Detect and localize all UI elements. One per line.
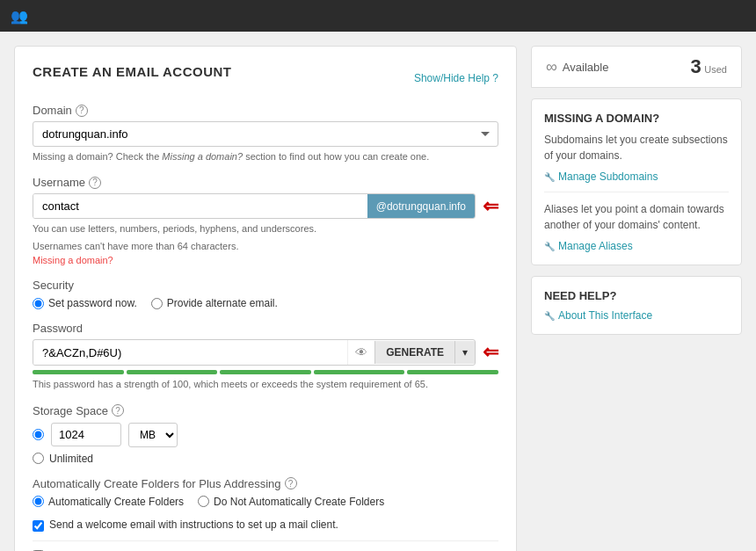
storage-row: MB — [33, 423, 498, 447]
security-section: Security Set password now. Provide alter… — [33, 279, 498, 309]
storage-section: Storage Space ? MB Unlimited — [33, 404, 498, 465]
available-section: ∞ Available — [546, 58, 608, 76]
generate-dropdown-button[interactable]: ▾ — [454, 341, 475, 364]
security-label: Security — [33, 279, 498, 292]
set-password-label: Set password now. — [48, 297, 137, 309]
username-info-icon[interactable]: ? — [89, 177, 101, 189]
strength-bar-4 — [314, 370, 405, 374]
domain-info-icon[interactable]: ? — [76, 105, 88, 117]
create-email-form: CREATE AN EMAIL ACCOUNT Show/Hide Help ?… — [14, 46, 517, 551]
username-suffix: @dotrungquan.info — [367, 194, 475, 218]
username-hint2: Usernames can't have more than 64 charac… — [33, 240, 498, 253]
no-auto-label: Do Not Automatically Create Folders — [214, 496, 384, 508]
welcome-email-label: Send a welcome email with instructions t… — [49, 518, 338, 531]
auto-folders-label: Automatically Create Folders for Plus Ad… — [33, 477, 498, 490]
missing-domain-title: MISSING A DOMAIN? — [544, 112, 729, 125]
strength-bar-3 — [220, 370, 311, 374]
unlimited-label: Unlimited — [49, 453, 93, 465]
auto-folders-info-icon[interactable]: ? — [285, 477, 297, 489]
missing-domain-card: MISSING A DOMAIN? Subdomains let you cre… — [531, 98, 742, 265]
storage-label: Storage Space ? — [33, 404, 498, 417]
arrow-indicator-password: ⇐ — [483, 341, 498, 364]
password-input[interactable] — [33, 341, 347, 365]
alternate-email-option[interactable]: Provide alternate email. — [151, 297, 278, 309]
unlimited-row: Unlimited — [33, 453, 498, 465]
available-used-box: ∞ Available 3 Used — [531, 46, 742, 88]
domain-hint: Missing a domain? Check the Missing a do… — [33, 150, 498, 163]
show-hide-help-link[interactable]: Show/Hide Help ? — [414, 72, 498, 84]
auto-create-folders-option[interactable]: Automatically Create Folders — [33, 496, 184, 508]
alternate-email-label: Provide alternate email. — [167, 297, 278, 309]
username-field: Username ? @dotrungquan.info ⇐ You can u… — [33, 176, 498, 266]
storage-info-icon[interactable]: ? — [112, 404, 124, 417]
storage-input[interactable] — [51, 423, 121, 446]
available-label: Available — [563, 61, 609, 74]
domain-select[interactable]: dotrungquan.info — [33, 121, 498, 147]
need-help-card: NEED HELP? About This Interface — [531, 276, 742, 335]
no-auto-radio[interactable] — [198, 496, 209, 507]
missing-domain-link[interactable]: Missing a domain? — [33, 255, 113, 265]
no-auto-create-option[interactable]: Do Not Automatically Create Folders — [198, 496, 384, 508]
storage-limited-radio[interactable] — [33, 429, 44, 440]
right-panel: ∞ Available 3 Used MISSING A DOMAIN? Sub… — [531, 46, 742, 551]
about-interface-label: About This Interface — [558, 309, 652, 322]
password-strength-bars — [33, 370, 498, 374]
username-hint1: You can use letters, numbers, periods, h… — [33, 222, 498, 236]
infinity-symbol: ∞ — [546, 58, 557, 76]
auto-create-label: Automatically Create Folders — [48, 496, 184, 508]
set-password-radio[interactable] — [33, 298, 44, 309]
set-password-option[interactable]: Set password now. — [33, 297, 137, 309]
auto-create-radio[interactable] — [33, 496, 44, 507]
arrow-indicator-username: ⇐ — [483, 195, 498, 218]
used-label: Used — [704, 64, 727, 75]
welcome-email-checkbox[interactable] — [33, 520, 44, 532]
form-title: CREATE AN EMAIL ACCOUNT — [33, 64, 232, 79]
generate-password-button[interactable]: GENERATE — [374, 341, 454, 364]
strength-bar-1 — [33, 370, 124, 374]
about-interface-link[interactable]: About This Interface — [544, 309, 729, 322]
alternate-email-radio[interactable] — [151, 298, 163, 309]
manage-subdomains-link[interactable]: Manage Subdomains — [544, 170, 729, 183]
storage-unlimited-radio[interactable] — [33, 453, 44, 464]
need-help-title: NEED HELP? — [544, 289, 729, 302]
used-count: 3 — [690, 55, 701, 77]
username-label: Username ? — [33, 176, 498, 189]
domain-label: Domain ? — [33, 104, 498, 117]
manage-aliases-link[interactable]: Manage Aliases — [544, 240, 729, 252]
password-label: Password — [33, 322, 498, 335]
toggle-password-button[interactable]: 👁 — [347, 340, 374, 365]
welcome-email-row: Send a welcome email with instructions t… — [33, 518, 498, 532]
auto-folders-section: Automatically Create Folders for Plus Ad… — [33, 477, 498, 508]
password-field: Password 👁 GENERATE ▾ ⇐ This password ha… — [33, 322, 498, 391]
user-group-icon[interactable]: 👥 — [11, 8, 28, 25]
strength-bar-2 — [127, 370, 218, 374]
strength-text: This password has a strength of 100, whi… — [33, 378, 498, 391]
strength-bar-5 — [407, 370, 498, 374]
domain-field: Domain ? dotrungquan.info Missing a doma… — [33, 104, 498, 163]
username-input[interactable] — [33, 194, 367, 218]
missing-domain-text2: Aliases let you point a domain towards a… — [544, 201, 729, 233]
storage-unit-select[interactable]: MB — [128, 423, 178, 447]
missing-domain-text1: Subdomains let you create subsections of… — [544, 132, 729, 163]
